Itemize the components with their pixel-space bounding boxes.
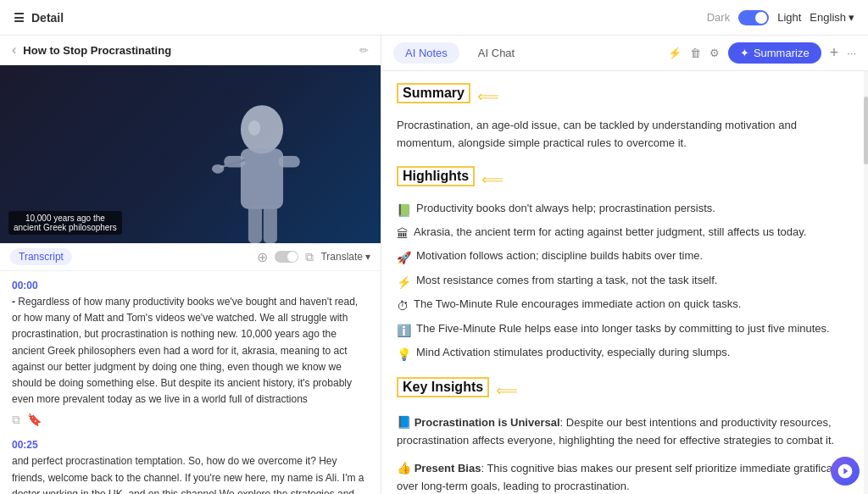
- add-timestamp-icon[interactable]: ⊕: [257, 249, 268, 265]
- svg-point-0: [241, 105, 283, 153]
- tab-ai-notes[interactable]: AI Notes: [393, 42, 459, 64]
- trash-icon[interactable]: 🗑: [690, 47, 701, 59]
- key-insights-arrow: ⟸: [496, 381, 518, 400]
- svg-rect-4: [248, 205, 262, 243]
- topbar-right: Dark Light English ▾: [707, 10, 854, 25]
- list-item: 🏛Akrasia, the ancient term for acting ag…: [397, 224, 853, 243]
- lightning-icon[interactable]: ⚡: [668, 47, 682, 59]
- light-label: Light: [777, 11, 801, 24]
- scrollbar-thumb[interactable]: [864, 97, 868, 164]
- dark-label: Dark: [707, 11, 730, 24]
- video-title: How to Stop Procrastinating: [23, 44, 353, 57]
- transcript-bar: Transcript ⊕ ⧉ Translate ▾: [0, 243, 381, 271]
- bullet-icon: 🏛: [397, 225, 409, 243]
- list-item: 💡Mind Activation stimulates productivity…: [397, 344, 853, 364]
- highlights-arrow: ⟸: [481, 170, 504, 189]
- bullet-icon: ℹ️: [397, 321, 411, 340]
- bookmark-icon[interactable]: 🔖: [27, 413, 42, 427]
- transcript-text: - Regardless of how many productivity bo…: [12, 294, 369, 408]
- transcript-tab[interactable]: Transcript: [10, 248, 72, 265]
- topbar: ☰ Detail Dark Light English ▾: [0, 0, 868, 36]
- topbar-title: Detail: [31, 11, 64, 25]
- more-button[interactable]: ···: [847, 47, 856, 59]
- statue-image: [194, 99, 330, 243]
- summary-section: Summary ⟸ Procrastination, an age-old is…: [397, 83, 853, 153]
- highlights-section: Highlights ⟸ 📗Productivity books don't a…: [397, 166, 853, 364]
- ai-chat-icon[interactable]: [831, 457, 860, 486]
- bullet-icon: 💡: [397, 345, 411, 364]
- add-button[interactable]: +: [830, 44, 839, 62]
- video-container: 10,000 years ago the ancient Greek philo…: [0, 65, 381, 243]
- transcript-entry: 00:00 - Regardless of how many productiv…: [12, 280, 369, 427]
- edit-icon[interactable]: ✏: [359, 44, 369, 57]
- svg-rect-1: [241, 148, 283, 209]
- language-selector[interactable]: English ▾: [810, 11, 854, 24]
- menu-icon[interactable]: ☰: [14, 11, 25, 25]
- translate-button[interactable]: Translate ▾: [320, 251, 370, 263]
- svg-point-8: [212, 164, 224, 174]
- key-insights-heading: Key Insights: [397, 377, 489, 397]
- transcript-actions: ⊕ ⧉ Translate ▾: [257, 249, 370, 265]
- list-item: 🚀Motivation follows action; discipline b…: [397, 247, 853, 267]
- summary-arrow: ⟸: [477, 87, 499, 106]
- theme-toggle[interactable]: [738, 10, 769, 25]
- right-header: AI Notes AI Chat ⚡ 🗑 ⚙ ✦ Summarize + ···: [381, 36, 868, 71]
- highlights-list: 📗Productivity books don't always help; p…: [397, 200, 853, 364]
- left-panel: ‹ How to Stop Procrastinating ✏: [0, 36, 381, 494]
- video-nav: ‹ How to Stop Procrastinating ✏: [0, 36, 381, 65]
- list-item: ℹ️The Five-Minute Rule helps ease into l…: [397, 320, 853, 340]
- transcript-content[interactable]: 00:00 - Regardless of how many productiv…: [0, 271, 381, 494]
- topbar-left: ☰ Detail: [14, 11, 64, 25]
- right-panel: AI Notes AI Chat ⚡ 🗑 ⚙ ✦ Summarize + ···…: [381, 36, 868, 494]
- key-insight-item: 📘 Procrastination is Universal: Despite …: [397, 413, 853, 450]
- notes-content[interactable]: Summary ⟸ Procrastination, an age-old is…: [381, 71, 868, 494]
- bullet-icon: 👍: [397, 461, 411, 475]
- highlights-heading: Highlights: [397, 166, 475, 186]
- list-item: ⚡Most resistance comes from starting a t…: [397, 272, 853, 291]
- copy-icon[interactable]: ⧉: [305, 250, 314, 264]
- header-actions: ⚡ 🗑 ⚙ ✦ Summarize + ···: [668, 42, 856, 64]
- bullet-icon: ⏱: [397, 297, 409, 315]
- timestamp: 00:25: [12, 439, 369, 451]
- chevron-down-icon: ▾: [849, 11, 854, 24]
- svg-rect-3: [279, 156, 300, 167]
- list-item: ⏱The Two-Minute Rule encourages immediat…: [397, 296, 853, 315]
- transcript-toggle[interactable]: [275, 251, 298, 263]
- summarize-button[interactable]: ✦ Summarize: [728, 42, 821, 64]
- lang-label: English: [810, 11, 846, 24]
- bullet-icon: 📘: [397, 415, 411, 429]
- svg-rect-5: [264, 205, 277, 243]
- transcript-entry: 00:25 and perfect procrastination tempta…: [12, 439, 369, 494]
- bullet-icon: ⚡: [397, 273, 411, 291]
- summary-heading: Summary: [397, 83, 470, 103]
- key-insights-section: Key Insights ⟸ 📘 Procrastination is Univ…: [397, 377, 853, 494]
- list-item: 📗Productivity books don't always help; p…: [397, 200, 853, 219]
- video-caption: 10,000 years ago the ancient Greek philo…: [8, 211, 122, 235]
- chevron-icon: ▾: [365, 251, 370, 263]
- key-insight-item: 👍 Present Bias: This cognitive bias make…: [397, 458, 853, 494]
- bullet-icon: 🚀: [397, 248, 411, 267]
- scrollbar-track: [864, 71, 868, 494]
- back-button[interactable]: ‹: [12, 42, 16, 58]
- settings-icon[interactable]: ⚙: [709, 47, 720, 59]
- star-icon: ✦: [740, 47, 749, 59]
- svg-point-6: [248, 120, 260, 136]
- bullet-icon: 📗: [397, 201, 411, 219]
- summary-text: Procrastination, an age-old issue, can b…: [397, 117, 853, 153]
- transcript-text: and perfect procrastination temptation. …: [12, 453, 369, 494]
- tab-ai-chat[interactable]: AI Chat: [466, 42, 526, 64]
- ai-icon-area: [831, 457, 860, 486]
- copy-entry-icon[interactable]: ⧉: [12, 413, 20, 427]
- entry-actions: ⧉ 🔖: [12, 413, 369, 427]
- timestamp: 00:00: [12, 280, 369, 291]
